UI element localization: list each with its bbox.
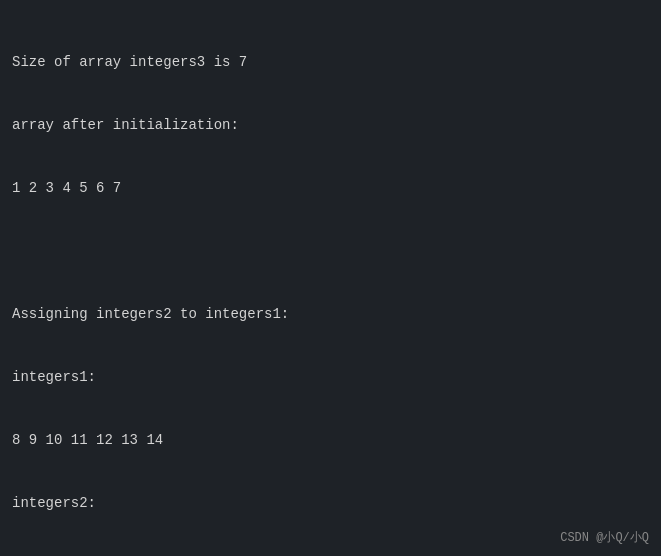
output-line-4: Assigning integers2 to integers1: (12, 304, 649, 325)
output-line-5: integers1: (12, 367, 649, 388)
output-line-2: array after initialization: (12, 115, 649, 136)
output-line-6: 8 9 10 11 12 13 14 (12, 430, 649, 451)
output-line-3: 1 2 3 4 5 6 7 (12, 178, 649, 199)
output-line-1: Size of array integers3 is 7 (12, 52, 649, 73)
empty-line-1 (12, 241, 649, 262)
watermark: CSDN @小Q/小Q (560, 529, 649, 546)
terminal-output: Size of array integers3 is 7 array after… (12, 10, 649, 556)
terminal-window: Size of array integers3 is 7 array after… (0, 0, 661, 556)
output-line-7: integers2: (12, 493, 649, 514)
